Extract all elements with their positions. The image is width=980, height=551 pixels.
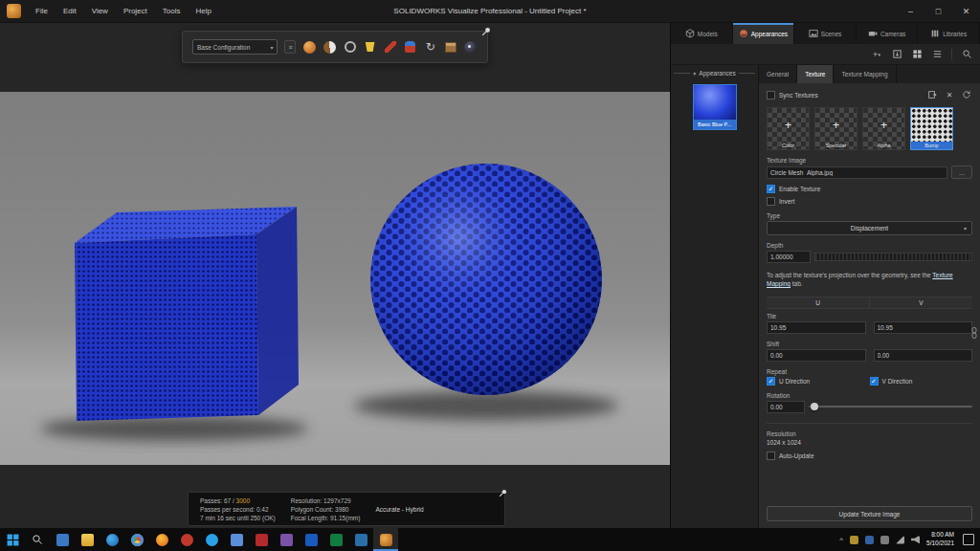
- adobe-icon[interactable]: [249, 528, 274, 551]
- copy-appearance-icon[interactable]: [344, 39, 357, 55]
- depth-input[interactable]: [767, 251, 811, 263]
- pin-icon[interactable]: [499, 489, 507, 497]
- taskbar-app-icon[interactable]: [348, 528, 373, 551]
- start-button[interactable]: [0, 528, 25, 551]
- paint-bucket-icon[interactable]: [364, 39, 377, 55]
- menu-file[interactable]: File: [28, 0, 56, 23]
- volume-icon[interactable]: [911, 536, 920, 544]
- network-icon[interactable]: [896, 536, 904, 544]
- remove-texture-icon[interactable]: ✕: [944, 89, 955, 100]
- visualize-taskbar-icon[interactable]: [373, 528, 398, 551]
- tab-models[interactable]: Models: [671, 23, 733, 44]
- tab-texture-mapping[interactable]: Texture Mapping: [834, 65, 896, 83]
- file-explorer-icon[interactable]: [75, 528, 100, 551]
- texture-slot-color[interactable]: + Color: [767, 107, 810, 150]
- appearances-tree-header[interactable]: ▾ Appearances: [671, 68, 758, 78]
- texture-slot-alpha[interactable]: + Alpha: [862, 107, 905, 150]
- notification-center-icon[interactable]: [963, 534, 974, 545]
- type-dropdown[interactable]: Displacement ▾: [767, 221, 972, 235]
- internet-explorer-icon[interactable]: [199, 528, 224, 551]
- taskbar-search-icon[interactable]: [25, 528, 50, 551]
- shift-u-input[interactable]: [767, 349, 866, 362]
- viewport[interactable]: Base Configuration ▾ ≡ ↻ Passes: 67 / 30…: [0, 23, 670, 528]
- tab-appearances[interactable]: Appearances: [733, 23, 795, 44]
- reset-rotate-icon[interactable]: ↻: [424, 39, 437, 55]
- tray-icon[interactable]: [850, 536, 858, 544]
- tray-icon[interactable]: [865, 536, 874, 544]
- taskbar-app-icon[interactable]: [274, 528, 299, 551]
- tab-libraries[interactable]: Libraries: [918, 23, 980, 44]
- taskbar-app-icon[interactable]: [224, 528, 249, 551]
- tile-u-input[interactable]: [767, 321, 866, 334]
- config-list-button[interactable]: ≡: [284, 40, 296, 54]
- textured-sphere[interactable]: [370, 164, 602, 395]
- shift-v-input[interactable]: [874, 349, 973, 362]
- search-icon[interactable]: [961, 49, 972, 60]
- v-direction-checkbox[interactable]: [870, 377, 879, 386]
- word-icon[interactable]: [299, 528, 323, 551]
- texture-slot-bump[interactable]: Bump: [910, 107, 953, 150]
- appearance-item-basic-blue[interactable]: Basic Blue P...: [693, 84, 737, 130]
- firefox-icon[interactable]: [149, 528, 174, 551]
- grid-view-icon[interactable]: [911, 49, 923, 60]
- appearances-icon: [739, 29, 748, 38]
- taskbar-app-icon[interactable]: [174, 528, 199, 551]
- texture-slot-specular[interactable]: + Specular: [814, 107, 858, 150]
- window-controls: – □ ✕: [897, 0, 980, 23]
- render-icon[interactable]: [464, 39, 478, 55]
- repeat-label: Repeat: [767, 368, 972, 375]
- edge-icon[interactable]: [100, 528, 124, 551]
- taskbar-app-icon[interactable]: [50, 528, 75, 551]
- textured-cube[interactable]: [75, 207, 299, 421]
- update-texture-image-button[interactable]: Update Texture Image: [767, 506, 972, 521]
- menu-tools[interactable]: Tools: [155, 0, 189, 23]
- menu-view[interactable]: View: [84, 0, 116, 23]
- auto-update-checkbox[interactable]: [767, 452, 775, 460]
- menu-edit[interactable]: Edit: [56, 0, 84, 23]
- texture-image-input[interactable]: [767, 166, 947, 179]
- refresh-texture-icon[interactable]: [961, 89, 972, 100]
- minimize-button[interactable]: –: [897, 0, 924, 23]
- render-area[interactable]: [0, 92, 670, 465]
- shift-label: Shift: [767, 341, 972, 347]
- pin-icon[interactable]: [481, 27, 491, 36]
- configuration-dropdown[interactable]: Base Configuration ▾: [192, 39, 278, 55]
- render-resolution: Resolution: 1297x729: [291, 497, 361, 504]
- tab-scenes-label: Scenes: [821, 31, 842, 37]
- project-box-icon[interactable]: [444, 39, 457, 55]
- depth-slider[interactable]: [814, 253, 972, 261]
- excel-icon[interactable]: [323, 528, 348, 551]
- paint-brush-icon[interactable]: [384, 39, 397, 55]
- rotation-slider[interactable]: [809, 406, 972, 408]
- enable-texture-row: Enable Texture: [767, 185, 972, 193]
- rotation-slider-handle[interactable]: [811, 403, 818, 410]
- tab-cameras[interactable]: Cameras: [857, 23, 919, 44]
- tray-icon[interactable]: [880, 536, 889, 544]
- menu-help[interactable]: Help: [188, 0, 218, 23]
- export-texture-icon[interactable]: [926, 89, 938, 100]
- add-appearance-button[interactable]: +▾: [871, 49, 882, 60]
- render-canvas[interactable]: [0, 92, 670, 465]
- invert-checkbox[interactable]: [767, 197, 775, 206]
- maximize-button[interactable]: □: [924, 0, 952, 23]
- list-view-icon[interactable]: [931, 49, 943, 60]
- u-direction-checkbox[interactable]: [767, 377, 775, 386]
- sync-textures-checkbox[interactable]: [767, 91, 775, 99]
- tile-v-input[interactable]: [874, 321, 973, 334]
- browse-button[interactable]: ...: [951, 165, 972, 179]
- chrome-icon[interactable]: [124, 528, 149, 551]
- tab-general[interactable]: General: [759, 65, 797, 83]
- taskbar-clock[interactable]: 8:00 AM 5/10/2021: [926, 531, 954, 548]
- menu-project[interactable]: Project: [116, 0, 155, 23]
- tray-expand-icon[interactable]: ^: [839, 536, 843, 544]
- figure-icon[interactable]: [404, 39, 417, 55]
- close-button[interactable]: ✕: [952, 0, 980, 23]
- split-appearance-icon[interactable]: [323, 39, 336, 55]
- tab-texture[interactable]: Texture: [797, 65, 834, 83]
- rotation-input[interactable]: [767, 401, 805, 413]
- enable-texture-checkbox[interactable]: [767, 185, 775, 193]
- tab-scenes[interactable]: Scenes: [794, 23, 857, 44]
- import-icon[interactable]: [891, 49, 902, 60]
- new-appearance-icon[interactable]: [302, 39, 316, 55]
- link-uv-icon[interactable]: [970, 326, 978, 340]
